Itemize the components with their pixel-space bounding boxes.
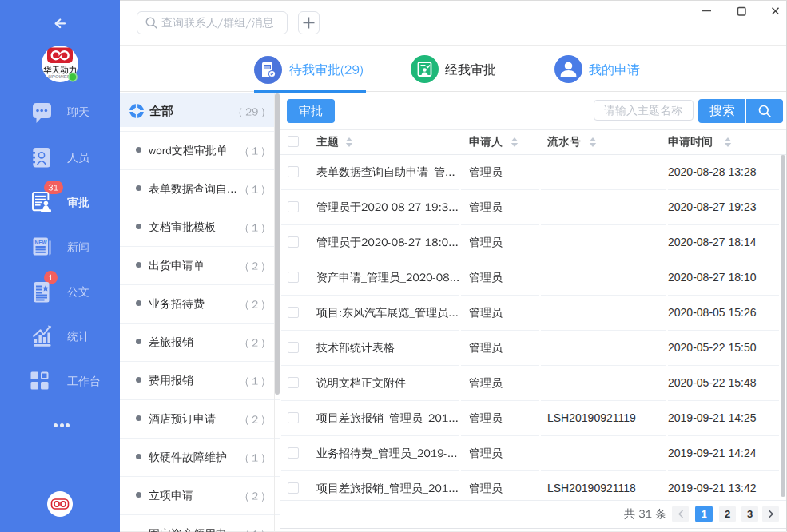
svg-text:NEW: NEW [35, 240, 48, 245]
